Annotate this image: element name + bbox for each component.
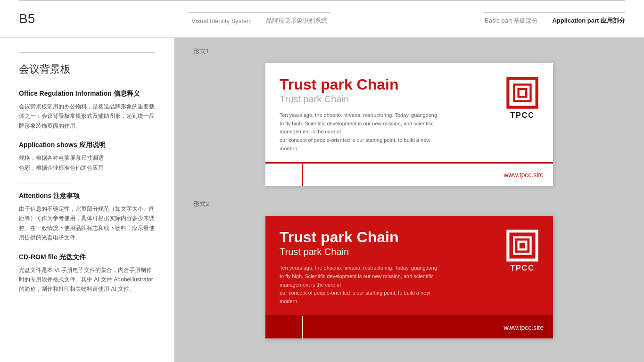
card-red-url: www.tpcc.site <box>504 324 544 331</box>
card-red-top: Trust park Chain Trust park Chain Ten ye… <box>265 216 553 315</box>
card-white-bottom-left <box>265 164 303 186</box>
header: B5 Visual Identity System 品牌视觉形象识别系统 Bas… <box>0 0 644 38</box>
application-shows-body: 规格：根据各种电脑屏幕尺寸调适 色彩：根据企业标准色辅助色应用 <box>19 153 155 173</box>
application-part-label: Application part 应用部分 <box>552 16 625 25</box>
card-white-logo-text: TPCC <box>510 111 535 120</box>
attentions-title: Attentions 注意事项 <box>19 192 155 200</box>
tpcc-logo-icon-white <box>506 229 539 262</box>
card-red-logo-text: TPCC <box>510 264 535 272</box>
card-white-url: www.tpcc.site <box>504 171 544 179</box>
attentions-body: 由于信息的不确定性，此页部分规范（如文字大小、间距等）可作为参考使用，具体可根据… <box>19 204 155 243</box>
header-left: B5 <box>19 11 35 27</box>
brand-chinese-label: 品牌视觉形象识别系统 <box>266 16 327 25</box>
card-red-desc: Ten years ago, the phoenix nirvana, rest… <box>280 264 449 305</box>
visual-identity-label: Visual Identity System <box>191 17 252 25</box>
office-regulation-body: 会议背景板常用的办公物料，是塑造品牌形象的重要载体之一；会议背景板常规形式及辅助… <box>19 102 155 131</box>
card-red-main-title: Trust park Chain <box>280 229 449 246</box>
card-white-sub-title: Trust park Chain <box>280 94 449 105</box>
header-center-text: Visual Identity System 品牌视觉形象识别系统 <box>191 16 327 25</box>
page-number: B5 <box>19 11 35 27</box>
header-right-text: Basic part 基础部分 Application part 应用部分 <box>485 16 625 25</box>
main-layout: 会议背景板 Office Regulation Information 信息释义… <box>0 38 644 362</box>
sidebar-section-cdrom: CD-ROM file 光盘文件 光盘文件是本 VI 手册电子文件的集合，内含手… <box>19 253 155 294</box>
card-white-main-title: Trust park Chain <box>280 76 449 93</box>
office-regulation-title: Office Regulation Information 信息释义 <box>19 90 155 98</box>
header-right-line <box>484 12 625 13</box>
card-white-desc: Ten years ago, the phoenix nirvana, rest… <box>280 111 449 153</box>
sidebar-top-line <box>19 52 155 53</box>
card-red: Trust park Chain Trust park Chain Ten ye… <box>265 216 553 338</box>
svg-rect-9 <box>520 243 525 248</box>
card-red-bottom: www.tpcc.site <box>265 315 553 338</box>
sidebar-title: 会议背景板 <box>19 62 155 76</box>
content-area: 形式1 Trust park Chain Trust park Chain Te… <box>174 38 644 362</box>
header-center: Visual Identity System 品牌视觉形象识别系统 <box>189 12 330 25</box>
header-top-line <box>19 0 625 1</box>
card-red-bottom-left <box>265 316 303 338</box>
card-white-top: Trust park Chain Trust park Chain Ten ye… <box>265 63 553 162</box>
card-red-logo: TPCC <box>506 229 539 272</box>
card-white-logo: TPCC <box>506 76 539 120</box>
cdrom-body: 光盘文件是本 VI 手册电子文件的集合，内含手册制作时的专用软件格式文件。其中 … <box>19 265 155 294</box>
card-red-bottom-right: www.tpcc.site <box>303 316 553 338</box>
card-white-bottom-right: www.tpcc.site <box>303 164 553 186</box>
basic-part-label: Basic part 基础部分 <box>485 16 538 25</box>
header-center-line <box>189 12 330 13</box>
card-red-title-block: Trust park Chain Trust park Chain Ten ye… <box>280 229 449 305</box>
sidebar: 会议背景板 Office Regulation Information 信息释义… <box>0 38 174 362</box>
form1-label: 形式1 <box>193 47 625 56</box>
sidebar-divider <box>19 183 75 183</box>
tpcc-logo-icon <box>506 76 539 109</box>
card-red-sub-title: Trust park Chain <box>280 247 449 257</box>
application-shows-title: Application shows 应用说明 <box>19 141 155 149</box>
card-white-title-block: Trust park Chain Trust park Chain Ten ye… <box>280 76 449 153</box>
sidebar-section-attentions: Attentions 注意事项 由于信息的不确定性，此页部分规范（如文字大小、间… <box>19 192 155 243</box>
svg-rect-4 <box>520 90 525 96</box>
cdrom-title: CD-ROM file 光盘文件 <box>19 253 155 262</box>
card-white: Trust park Chain Trust park Chain Ten ye… <box>265 63 553 186</box>
card-white-bottom: www.tpcc.site <box>265 162 553 186</box>
sidebar-section-office: Office Regulation Information 信息释义 会议背景板… <box>19 90 155 131</box>
header-right: Basic part 基础部分 Application part 应用部分 <box>484 12 625 25</box>
form2-label: 形式2 <box>193 200 625 208</box>
sidebar-section-application: Application shows 应用说明 规格：根据各种电脑屏幕尺寸调适 色… <box>19 141 155 173</box>
